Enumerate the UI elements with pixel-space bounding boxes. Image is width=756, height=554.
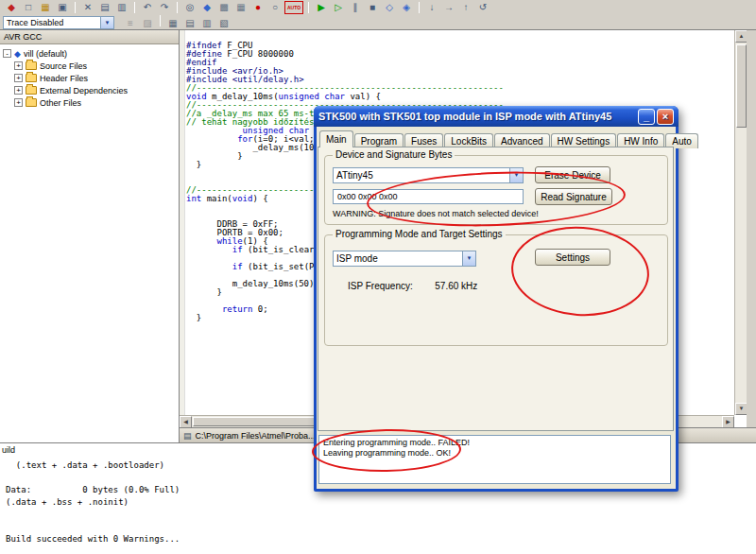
avr-logo-icon[interactable]: ◆	[4, 1, 19, 14]
toolbar-row-2: Trace Disabled ▼ ≡▨▦▤▥▧	[0, 15, 756, 30]
find-icon[interactable]: ◎	[182, 1, 198, 14]
folder-icon	[26, 61, 37, 70]
toolbar-separator	[134, 2, 135, 13]
cut-icon[interactable]: ✕	[80, 1, 95, 14]
dialog-log-box: Entering programming mode.. FAILED!Leavi…	[318, 435, 671, 484]
io-view-icon[interactable]: ▦	[165, 17, 180, 30]
copy-icon[interactable]: ▤	[97, 1, 112, 14]
settings-button[interactable]: Settings	[535, 249, 610, 266]
vscroll-thumb[interactable]	[736, 44, 747, 128]
editor-file-path: C:\Program Files\Atmel\Proba...	[196, 431, 316, 441]
output-line	[6, 509, 180, 521]
dialog-title-bar[interactable]: STK500 with STK501 top module in ISP mod…	[314, 106, 679, 127]
code-line: #define F_CPU 8000000	[186, 50, 504, 59]
open-file-icon[interactable]: ▦	[38, 1, 53, 14]
trace-mode-combo[interactable]: Trace Disabled ▼	[3, 16, 114, 29]
toolbar-separator	[308, 2, 309, 13]
disassembly-view-icon[interactable]: ▧	[216, 17, 232, 30]
output-line: (.text + .data + .bootloader)	[6, 459, 180, 472]
new-file-icon[interactable]: □	[21, 1, 36, 14]
output-line: Data: 0 bytes (0.0% Full)	[6, 484, 180, 496]
build-and-run-icon[interactable]: ◈	[399, 1, 414, 14]
device-group-label: Device and Signature Bytes	[333, 149, 455, 160]
main-toolbar: ◆□▦▣✕▤▥↶↷◎◆▩▦●○AUTO▶▷∥■◇◈↓→↑↺ Trace Disa…	[0, 0, 756, 30]
reset-icon[interactable]: ↺	[475, 1, 490, 14]
output-line	[6, 472, 180, 484]
tab-main[interactable]: Main	[319, 130, 353, 147]
toolbar-separator	[419, 2, 420, 13]
folder-icon	[26, 86, 37, 95]
read-signature-button[interactable]: Read Signature	[535, 188, 612, 205]
programming-mode-group: Programming Mode and Target Settings ISP…	[324, 234, 668, 346]
tree-item-source-files[interactable]: +Source Files	[11, 60, 179, 72]
isp-frequency-value: 57.60 kHz	[435, 281, 477, 291]
tree-item-label: Other Files	[40, 98, 81, 108]
chip-icon[interactable]: ▩	[216, 1, 232, 14]
pause-icon[interactable]: ∥	[348, 1, 363, 14]
auto-icon[interactable]: AUTO	[284, 1, 303, 14]
step-out-icon[interactable]: ↑	[458, 1, 473, 14]
device-combo-value: ATtiny45	[334, 170, 509, 181]
tree-item-label: Source Files	[40, 61, 87, 71]
trace-combo-value: Trace Disabled	[4, 18, 100, 27]
toolbar-row-1: ◆□▦▣✕▤▥↶↷◎◆▩▦●○AUTO▶▷∥■◇◈↓→↑↺	[0, 0, 756, 15]
minimize-button[interactable]: _	[638, 109, 655, 125]
tree-root-label: vill (default)	[24, 49, 67, 59]
project-icon[interactable]: ◆	[199, 1, 215, 14]
redo-icon[interactable]: ↷	[157, 1, 172, 14]
chevron-down-icon[interactable]: ▼	[462, 251, 475, 266]
breakpoint-icon[interactable]: ●	[250, 1, 266, 14]
output-line	[6, 521, 180, 533]
chevron-down-icon[interactable]: ▼	[100, 17, 113, 28]
device-combo[interactable]: ATtiny45 ▼	[333, 167, 524, 183]
tree-item-other-files[interactable]: +Other Files	[11, 96, 179, 109]
main-tab-page: Device and Signature Bytes ATtiny45 ▼ Er…	[318, 147, 674, 431]
output-line: Build succeeded with 0 Warnings...	[6, 533, 180, 545]
expand-icon[interactable]: +	[14, 61, 23, 70]
chevron-down-icon[interactable]: ▼	[509, 168, 523, 182]
memory-view-icon[interactable]: ▥	[199, 17, 215, 30]
tree-item-header-files[interactable]: +Header Files	[11, 72, 179, 84]
step-into-icon[interactable]: ↓	[424, 1, 439, 14]
trace-toggle-icon[interactable]: ≡	[123, 17, 138, 30]
dialog-body: MainProgramFusesLockBitsAdvancedHW Setti…	[317, 127, 676, 489]
expand-icon[interactable]: +	[14, 74, 23, 82]
output-line: (.data + .bss + .noinit)	[6, 496, 180, 509]
tree-item-label: External Dependencies	[40, 86, 128, 95]
stk500-dialog: STK500 with STK501 top module in ISP mod…	[314, 106, 679, 492]
step-over-icon[interactable]: →	[441, 1, 456, 14]
erase-device-button[interactable]: Erase Device	[535, 166, 610, 183]
editor-right-margin	[747, 30, 756, 427]
undo-icon[interactable]: ↶	[140, 1, 155, 14]
build-icon[interactable]: ◇	[382, 1, 397, 14]
stop-icon[interactable]: ■	[365, 1, 380, 14]
programming-mode-combo[interactable]: ISP mode ▼	[333, 251, 476, 267]
collapse-icon[interactable]: -	[3, 49, 11, 58]
log-line: Leaving programming mode.. OK!	[323, 448, 666, 459]
editor-gutter	[180, 30, 185, 415]
tree-item-external-dependencies[interactable]: +External Dependencies	[11, 84, 179, 96]
memory-icon[interactable]: ▦	[233, 1, 249, 14]
debug-run-icon[interactable]: ▷	[331, 1, 346, 14]
expand-icon[interactable]: +	[14, 86, 23, 95]
expand-icon[interactable]: +	[14, 98, 23, 107]
tree-item-label: Header Files	[40, 74, 88, 83]
run-icon[interactable]: ▶	[314, 1, 329, 14]
close-button[interactable]: ×	[657, 109, 674, 125]
isp-frequency-label: ISP Frequency:	[348, 281, 413, 291]
tree-item-project-root[interactable]: - ◆ vill (default)	[0, 47, 179, 60]
isp-frequency-line: ISP Frequency: 57.60 kHz	[348, 281, 477, 291]
vertical-scrollbar[interactable]: ▲ ▼	[734, 30, 747, 415]
watch-icon[interactable]: ○	[267, 1, 283, 14]
toolbar-separator	[177, 2, 178, 13]
save-icon[interactable]: ▣	[55, 1, 70, 14]
dialog-title: STK500 with STK501 top module in ISP mod…	[318, 111, 636, 122]
build-output-text: (.text + .data + .bootloader) Data: 0 by…	[6, 459, 180, 545]
folder-icon	[26, 98, 37, 107]
toolbar-separator	[160, 15, 161, 26]
register-view-icon[interactable]: ▤	[182, 17, 198, 30]
trace-clear-icon[interactable]: ▨	[140, 17, 155, 30]
project-tree-panel: AVR GCC - ◆ vill (default) +Source Files…	[0, 30, 180, 442]
prog-group-label: Programming Mode and Target Settings	[333, 229, 506, 239]
paste-icon[interactable]: ▥	[114, 1, 129, 14]
